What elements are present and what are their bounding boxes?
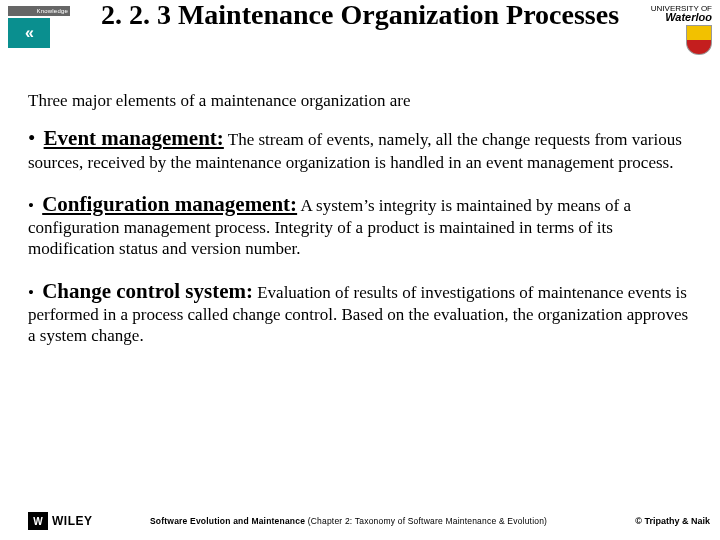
waterloo-shield-icon bbox=[686, 25, 712, 55]
bullet-icon: • bbox=[28, 196, 34, 215]
slide-header: Knowledge « UNIVERSITY OF Waterloo 2. 2.… bbox=[0, 0, 720, 82]
list-item: • Configuration management: A system’s i… bbox=[28, 191, 692, 260]
knowledge-logo-icon: « bbox=[25, 24, 33, 42]
slide-footer: W WILEY Software Evolution and Maintenan… bbox=[0, 504, 720, 534]
waterloo-name: Waterloo bbox=[665, 11, 712, 23]
bullet-icon: • bbox=[28, 126, 35, 150]
knowledge-logo: Knowledge « bbox=[8, 6, 70, 50]
slide-body: Three major elements of a maintenance or… bbox=[0, 82, 720, 346]
footer-copyright: © Tripathy & Naik bbox=[635, 516, 710, 526]
footer-center-rest: (Chapter 2: Taxonomy of Software Mainten… bbox=[305, 516, 547, 526]
bullet-icon: • bbox=[28, 283, 34, 302]
wiley-logo: W WILEY bbox=[28, 512, 93, 530]
item-lead: Configuration management: bbox=[42, 192, 297, 216]
list-item: • Change control system: Evaluation of r… bbox=[28, 278, 692, 347]
intro-text: Three major elements of a maintenance or… bbox=[28, 90, 692, 111]
knowledge-logo-text: Knowledge bbox=[37, 8, 69, 14]
wiley-text: WILEY bbox=[52, 514, 93, 528]
wiley-mark-icon: W bbox=[28, 512, 48, 530]
item-lead: Event management: bbox=[44, 126, 224, 150]
waterloo-logo: UNIVERSITY OF Waterloo bbox=[651, 4, 712, 55]
footer-center: Software Evolution and Maintenance (Chap… bbox=[150, 516, 590, 526]
item-lead: Change control system: bbox=[42, 279, 253, 303]
slide-title: 2. 2. 3 Maintenance Organization Process… bbox=[0, 0, 720, 31]
slide-root: Knowledge « UNIVERSITY OF Waterloo 2. 2.… bbox=[0, 0, 720, 540]
footer-center-bold: Software Evolution and Maintenance bbox=[150, 516, 305, 526]
list-item: • Event management: The stream of events… bbox=[28, 125, 692, 173]
